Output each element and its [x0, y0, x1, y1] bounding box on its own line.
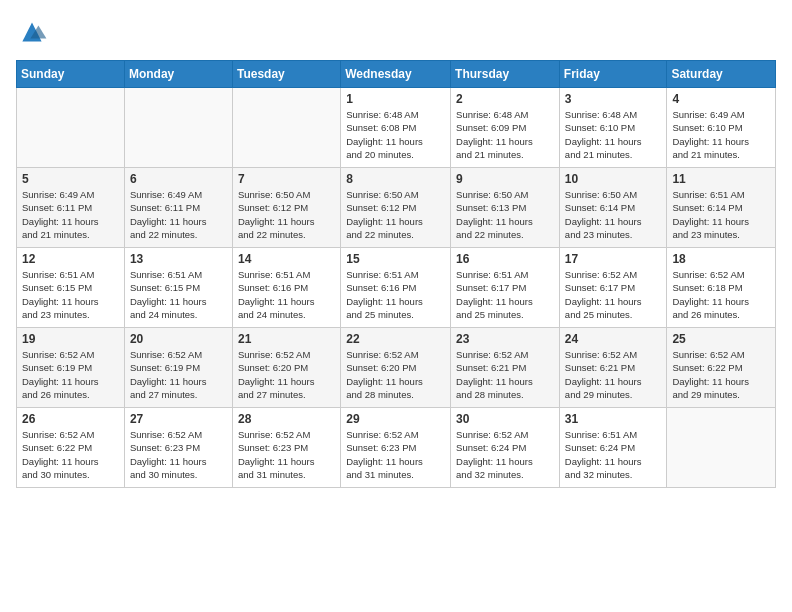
- calendar-cell: 4Sunrise: 6:49 AMSunset: 6:10 PMDaylight…: [667, 88, 776, 168]
- calendar-cell: 6Sunrise: 6:49 AMSunset: 6:11 PMDaylight…: [124, 168, 232, 248]
- page-header: [16, 16, 776, 48]
- day-number: 12: [22, 252, 119, 266]
- day-number: 5: [22, 172, 119, 186]
- calendar-cell: 28Sunrise: 6:52 AMSunset: 6:23 PMDayligh…: [232, 408, 340, 488]
- calendar-cell: 23Sunrise: 6:52 AMSunset: 6:21 PMDayligh…: [451, 328, 560, 408]
- calendar-cell: 26Sunrise: 6:52 AMSunset: 6:22 PMDayligh…: [17, 408, 125, 488]
- day-number: 10: [565, 172, 662, 186]
- day-info: Sunrise: 6:52 AMSunset: 6:20 PMDaylight:…: [346, 348, 445, 401]
- calendar-cell: 17Sunrise: 6:52 AMSunset: 6:17 PMDayligh…: [559, 248, 667, 328]
- day-number: 26: [22, 412, 119, 426]
- calendar-table: SundayMondayTuesdayWednesdayThursdayFrid…: [16, 60, 776, 488]
- day-info: Sunrise: 6:51 AMSunset: 6:24 PMDaylight:…: [565, 428, 662, 481]
- day-info: Sunrise: 6:49 AMSunset: 6:11 PMDaylight:…: [130, 188, 227, 241]
- day-info: Sunrise: 6:52 AMSunset: 6:17 PMDaylight:…: [565, 268, 662, 321]
- day-info: Sunrise: 6:49 AMSunset: 6:10 PMDaylight:…: [672, 108, 770, 161]
- day-info: Sunrise: 6:52 AMSunset: 6:22 PMDaylight:…: [22, 428, 119, 481]
- day-info: Sunrise: 6:48 AMSunset: 6:10 PMDaylight:…: [565, 108, 662, 161]
- day-number: 17: [565, 252, 662, 266]
- calendar-cell: 5Sunrise: 6:49 AMSunset: 6:11 PMDaylight…: [17, 168, 125, 248]
- day-header-friday: Friday: [559, 61, 667, 88]
- day-header-tuesday: Tuesday: [232, 61, 340, 88]
- calendar-cell: 20Sunrise: 6:52 AMSunset: 6:19 PMDayligh…: [124, 328, 232, 408]
- calendar-cell: [124, 88, 232, 168]
- calendar-week-row: 12Sunrise: 6:51 AMSunset: 6:15 PMDayligh…: [17, 248, 776, 328]
- day-info: Sunrise: 6:52 AMSunset: 6:19 PMDaylight:…: [130, 348, 227, 401]
- day-number: 13: [130, 252, 227, 266]
- calendar-cell: 3Sunrise: 6:48 AMSunset: 6:10 PMDaylight…: [559, 88, 667, 168]
- day-info: Sunrise: 6:51 AMSunset: 6:15 PMDaylight:…: [130, 268, 227, 321]
- day-info: Sunrise: 6:51 AMSunset: 6:15 PMDaylight:…: [22, 268, 119, 321]
- calendar-cell: 1Sunrise: 6:48 AMSunset: 6:08 PMDaylight…: [341, 88, 451, 168]
- day-number: 19: [22, 332, 119, 346]
- day-number: 18: [672, 252, 770, 266]
- calendar-week-row: 19Sunrise: 6:52 AMSunset: 6:19 PMDayligh…: [17, 328, 776, 408]
- calendar-cell: 8Sunrise: 6:50 AMSunset: 6:12 PMDaylight…: [341, 168, 451, 248]
- calendar-cell: 31Sunrise: 6:51 AMSunset: 6:24 PMDayligh…: [559, 408, 667, 488]
- day-info: Sunrise: 6:49 AMSunset: 6:11 PMDaylight:…: [22, 188, 119, 241]
- calendar-cell: [232, 88, 340, 168]
- calendar-week-row: 26Sunrise: 6:52 AMSunset: 6:22 PMDayligh…: [17, 408, 776, 488]
- calendar-cell: 12Sunrise: 6:51 AMSunset: 6:15 PMDayligh…: [17, 248, 125, 328]
- day-number: 25: [672, 332, 770, 346]
- day-number: 20: [130, 332, 227, 346]
- calendar-cell: 10Sunrise: 6:50 AMSunset: 6:14 PMDayligh…: [559, 168, 667, 248]
- day-number: 31: [565, 412, 662, 426]
- calendar-cell: 2Sunrise: 6:48 AMSunset: 6:09 PMDaylight…: [451, 88, 560, 168]
- calendar-cell: 30Sunrise: 6:52 AMSunset: 6:24 PMDayligh…: [451, 408, 560, 488]
- day-info: Sunrise: 6:51 AMSunset: 6:16 PMDaylight:…: [238, 268, 335, 321]
- day-number: 16: [456, 252, 554, 266]
- day-number: 14: [238, 252, 335, 266]
- day-info: Sunrise: 6:48 AMSunset: 6:09 PMDaylight:…: [456, 108, 554, 161]
- calendar-week-row: 1Sunrise: 6:48 AMSunset: 6:08 PMDaylight…: [17, 88, 776, 168]
- calendar-cell: 15Sunrise: 6:51 AMSunset: 6:16 PMDayligh…: [341, 248, 451, 328]
- day-info: Sunrise: 6:52 AMSunset: 6:21 PMDaylight:…: [565, 348, 662, 401]
- day-number: 29: [346, 412, 445, 426]
- calendar-cell: [667, 408, 776, 488]
- day-info: Sunrise: 6:50 AMSunset: 6:12 PMDaylight:…: [238, 188, 335, 241]
- calendar-cell: 13Sunrise: 6:51 AMSunset: 6:15 PMDayligh…: [124, 248, 232, 328]
- day-info: Sunrise: 6:52 AMSunset: 6:19 PMDaylight:…: [22, 348, 119, 401]
- day-number: 21: [238, 332, 335, 346]
- day-number: 6: [130, 172, 227, 186]
- day-number: 4: [672, 92, 770, 106]
- day-info: Sunrise: 6:50 AMSunset: 6:12 PMDaylight:…: [346, 188, 445, 241]
- day-number: 24: [565, 332, 662, 346]
- day-number: 23: [456, 332, 554, 346]
- day-number: 27: [130, 412, 227, 426]
- day-info: Sunrise: 6:52 AMSunset: 6:23 PMDaylight:…: [238, 428, 335, 481]
- calendar-cell: 24Sunrise: 6:52 AMSunset: 6:21 PMDayligh…: [559, 328, 667, 408]
- calendar-cell: 18Sunrise: 6:52 AMSunset: 6:18 PMDayligh…: [667, 248, 776, 328]
- day-info: Sunrise: 6:52 AMSunset: 6:18 PMDaylight:…: [672, 268, 770, 321]
- calendar-cell: 27Sunrise: 6:52 AMSunset: 6:23 PMDayligh…: [124, 408, 232, 488]
- day-number: 9: [456, 172, 554, 186]
- day-info: Sunrise: 6:52 AMSunset: 6:21 PMDaylight:…: [456, 348, 554, 401]
- calendar-cell: 19Sunrise: 6:52 AMSunset: 6:19 PMDayligh…: [17, 328, 125, 408]
- calendar-cell: 25Sunrise: 6:52 AMSunset: 6:22 PMDayligh…: [667, 328, 776, 408]
- calendar-cell: 21Sunrise: 6:52 AMSunset: 6:20 PMDayligh…: [232, 328, 340, 408]
- day-info: Sunrise: 6:51 AMSunset: 6:17 PMDaylight:…: [456, 268, 554, 321]
- day-number: 30: [456, 412, 554, 426]
- day-number: 28: [238, 412, 335, 426]
- calendar-cell: 22Sunrise: 6:52 AMSunset: 6:20 PMDayligh…: [341, 328, 451, 408]
- calendar-cell: 9Sunrise: 6:50 AMSunset: 6:13 PMDaylight…: [451, 168, 560, 248]
- calendar-cell: 29Sunrise: 6:52 AMSunset: 6:23 PMDayligh…: [341, 408, 451, 488]
- day-info: Sunrise: 6:52 AMSunset: 6:22 PMDaylight:…: [672, 348, 770, 401]
- day-header-monday: Monday: [124, 61, 232, 88]
- day-info: Sunrise: 6:52 AMSunset: 6:23 PMDaylight:…: [346, 428, 445, 481]
- calendar-cell: [17, 88, 125, 168]
- day-header-wednesday: Wednesday: [341, 61, 451, 88]
- calendar-week-row: 5Sunrise: 6:49 AMSunset: 6:11 PMDaylight…: [17, 168, 776, 248]
- day-info: Sunrise: 6:51 AMSunset: 6:16 PMDaylight:…: [346, 268, 445, 321]
- day-number: 11: [672, 172, 770, 186]
- day-number: 2: [456, 92, 554, 106]
- day-info: Sunrise: 6:50 AMSunset: 6:13 PMDaylight:…: [456, 188, 554, 241]
- day-number: 3: [565, 92, 662, 106]
- day-info: Sunrise: 6:50 AMSunset: 6:14 PMDaylight:…: [565, 188, 662, 241]
- day-header-saturday: Saturday: [667, 61, 776, 88]
- logo-icon: [16, 16, 48, 48]
- calendar-cell: 11Sunrise: 6:51 AMSunset: 6:14 PMDayligh…: [667, 168, 776, 248]
- calendar-header-row: SundayMondayTuesdayWednesdayThursdayFrid…: [17, 61, 776, 88]
- logo: [16, 16, 52, 48]
- day-header-sunday: Sunday: [17, 61, 125, 88]
